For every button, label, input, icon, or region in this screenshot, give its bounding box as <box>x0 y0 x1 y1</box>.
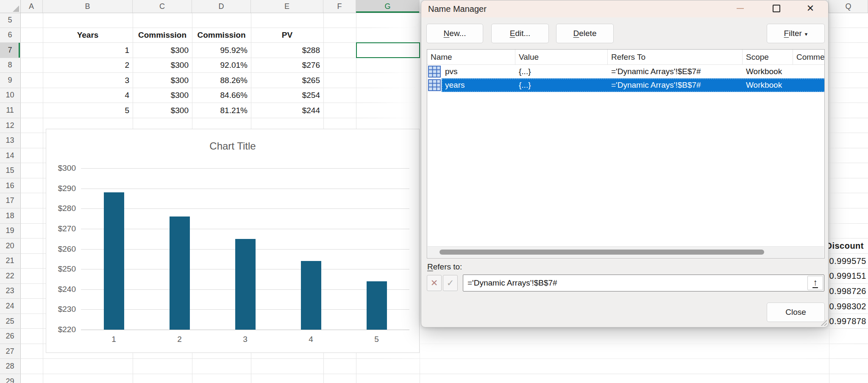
refers-to-input[interactable]: ='Dynamic Arrays'!$B$7# ↑ <box>463 275 824 291</box>
cell-B8[interactable]: 2 <box>43 58 133 73</box>
cell-C9[interactable]: $300 <box>133 73 192 88</box>
cell-E10[interactable]: $254 <box>251 88 323 103</box>
cell-D10[interactable]: 84.66% <box>192 88 251 103</box>
chart-title[interactable]: Chart Title <box>46 140 419 152</box>
maximize-icon <box>773 5 780 12</box>
row-header-15[interactable]: 15 <box>0 163 20 178</box>
cell-E11[interactable]: $244 <box>251 103 323 118</box>
cell-C6[interactable]: Commission <box>133 28 192 43</box>
name-list-item[interactable]: years {...} ='Dynamic Arrays'!$B$7# Work… <box>427 78 824 92</box>
close-button[interactable]: Close <box>767 303 825 322</box>
row-header-22[interactable]: 22 <box>0 269 20 284</box>
list-column-header-comment[interactable]: Comment <box>793 50 825 64</box>
cancel-button[interactable]: ✕ <box>427 275 442 291</box>
list-column-header-value[interactable]: Value <box>515 50 608 64</box>
row-header-29[interactable]: 29 <box>0 374 20 383</box>
row-header-27[interactable]: 27 <box>0 344 20 359</box>
row-header-26[interactable]: 26 <box>0 329 20 344</box>
cell-D8[interactable]: 92.01% <box>192 58 251 73</box>
cell-C11[interactable]: $300 <box>133 103 192 118</box>
row-header-13[interactable]: 13 <box>0 133 20 148</box>
column-header-B[interactable]: B <box>43 0 133 13</box>
row-header-7[interactable]: 7 <box>0 43 20 58</box>
row-header-18[interactable]: 18 <box>0 208 20 224</box>
row-header-6[interactable]: 6 <box>0 28 20 43</box>
named-range-icon <box>427 65 442 78</box>
bar-2[interactable] <box>170 216 190 330</box>
delete-button[interactable]: Delete <box>556 24 614 43</box>
cell-D6[interactable]: Commission <box>192 28 251 43</box>
x-axis-tick-label: 5 <box>364 335 389 344</box>
column-header-A[interactable]: A <box>20 0 43 13</box>
selected-cell-G7[interactable] <box>356 42 420 58</box>
column-header-F[interactable]: F <box>323 0 356 13</box>
new-button[interactable]: New... <box>426 24 483 43</box>
row-header-10[interactable]: 10 <box>0 88 20 103</box>
scope-cell: Workbook <box>743 80 793 90</box>
names-list[interactable]: NameValueRefers ToScopeComment pvs {...}… <box>427 49 825 258</box>
bar-1[interactable] <box>104 192 124 330</box>
cell-C10[interactable]: $300 <box>133 88 192 103</box>
cancel-icon: ✕ <box>431 278 438 288</box>
scrollbar-thumb[interactable] <box>440 250 764 255</box>
list-column-header-scope[interactable]: Scope <box>743 50 793 64</box>
row-header-14[interactable]: 14 <box>0 148 20 164</box>
row-header-25[interactable]: 25 <box>0 314 20 329</box>
chart-gridline <box>81 330 409 330</box>
cell-B9[interactable]: 3 <box>43 73 133 88</box>
cell-D11[interactable]: 81.21% <box>192 103 251 118</box>
minimize-button[interactable] <box>731 0 749 17</box>
list-column-header-name[interactable]: Name <box>427 50 515 64</box>
chart-gridline <box>81 229 409 229</box>
column-header-G[interactable]: G <box>356 0 420 13</box>
collapse-dialog-button[interactable]: ↑ <box>807 276 823 290</box>
pv-bar-chart[interactable]: Chart Title $300$290$280$270$260$250$240… <box>46 129 420 353</box>
row-header-9[interactable]: 9 <box>0 73 20 88</box>
cell-B7[interactable]: 1 <box>43 43 133 58</box>
cell-E6[interactable]: PV <box>251 28 323 43</box>
row-header-5[interactable]: 5 <box>0 13 20 28</box>
row-header-12[interactable]: 12 <box>0 118 20 133</box>
bar-5[interactable] <box>367 281 387 330</box>
confirm-icon: ✓ <box>447 278 454 288</box>
select-all-corner[interactable] <box>0 0 21 13</box>
list-column-header-refers-to[interactable]: Refers To <box>608 50 743 64</box>
column-header-Q[interactable]: Q <box>829 0 868 13</box>
refers-to-label: Refers to: <box>427 262 462 272</box>
name-cell: years <box>442 80 515 90</box>
horizontal-scrollbar[interactable] <box>428 246 824 258</box>
row-header-11[interactable]: 11 <box>0 103 20 118</box>
bar-4[interactable] <box>301 261 321 330</box>
filter-button[interactable]: Filter ▾ <box>767 24 825 43</box>
cell-B10[interactable]: 4 <box>43 88 133 103</box>
confirm-button[interactable]: ✓ <box>443 275 458 291</box>
select-all-triangle-icon <box>13 6 19 12</box>
row-header-21[interactable]: 21 <box>0 254 20 269</box>
y-axis-tick-label: $240 <box>46 285 76 294</box>
bar-3[interactable] <box>235 239 256 330</box>
name-list-item[interactable]: pvs {...} ='Dynamic Arrays'!$E$7# Workbo… <box>427 65 824 78</box>
close-window-button[interactable]: ✕ <box>801 0 820 17</box>
edit-button[interactable]: Edit... <box>491 24 549 43</box>
column-header-C[interactable]: C <box>133 0 192 13</box>
cell-E8[interactable]: $276 <box>251 58 323 73</box>
row-header-28[interactable]: 28 <box>0 359 20 374</box>
row-header-16[interactable]: 16 <box>0 178 20 194</box>
cell-C7[interactable]: $300 <box>133 43 192 58</box>
maximize-button[interactable] <box>767 0 786 17</box>
cell-D7[interactable]: 95.92% <box>192 43 251 58</box>
column-header-D[interactable]: D <box>192 0 251 13</box>
cell-E7[interactable]: $288 <box>251 43 323 58</box>
column-header-E[interactable]: E <box>251 0 323 13</box>
row-header-19[interactable]: 19 <box>0 224 20 239</box>
cell-B6[interactable]: Years <box>43 28 133 43</box>
row-header-8[interactable]: 8 <box>0 58 20 73</box>
cell-C8[interactable]: $300 <box>133 58 192 73</box>
row-header-24[interactable]: 24 <box>0 299 20 314</box>
row-header-20[interactable]: 20 <box>0 239 20 254</box>
cell-B11[interactable]: 5 <box>43 103 133 118</box>
cell-E9[interactable]: $265 <box>251 73 323 88</box>
row-header-23[interactable]: 23 <box>0 284 20 299</box>
cell-D9[interactable]: 88.26% <box>192 73 251 88</box>
row-header-17[interactable]: 17 <box>0 193 20 208</box>
